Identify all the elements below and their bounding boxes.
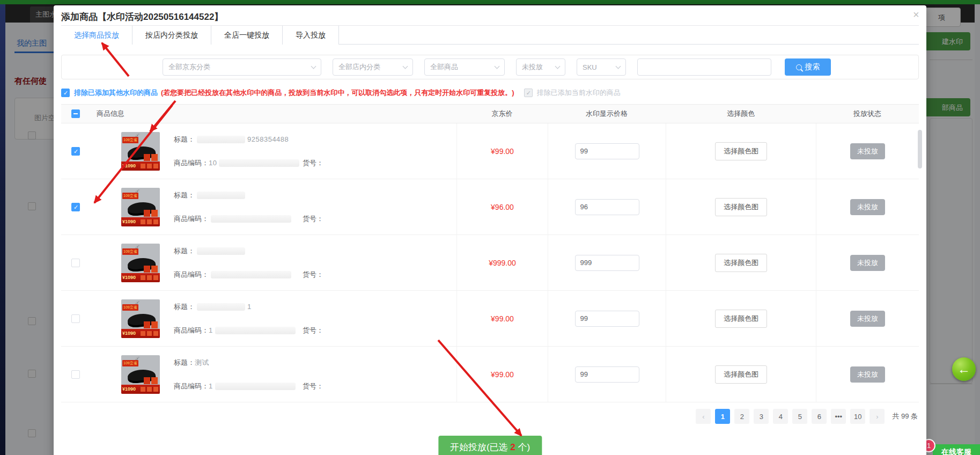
product-image: 𝒯 109立省 ¥1090 (121, 244, 160, 282)
table-scrollbar-thumb[interactable] (918, 130, 922, 168)
jd-price: ¥99.00 (491, 370, 514, 379)
tab-0[interactable]: 选择商品投放 (61, 26, 132, 45)
price-tag (151, 377, 158, 384)
watermark-price-input[interactable] (575, 311, 639, 327)
table-row: 𝒯 109立省 ¥1090 标题： 商品编码： (61, 179, 919, 235)
redacted-code (211, 271, 291, 278)
modal-close-icon[interactable]: × (913, 9, 919, 21)
keyword-input[interactable] (637, 58, 771, 76)
search-icon (796, 64, 802, 70)
pager-prev[interactable]: ‹ (696, 409, 711, 424)
exclude-current-label: 排除已添加当前水印的商品 (537, 88, 621, 98)
redacted-title (197, 247, 245, 255)
price-tag (151, 321, 158, 328)
banner-chips (141, 275, 159, 280)
pager-page-4[interactable]: 4 (773, 409, 788, 424)
choose-color-button[interactable]: 选择颜色图 (715, 310, 767, 328)
tab-2[interactable]: 全店一键投放 (211, 26, 283, 45)
code-label: 商品编码： (174, 214, 209, 224)
pager-page-3[interactable]: 3 (754, 409, 769, 424)
search-button[interactable]: 搜索 (785, 58, 831, 76)
table-scrollbar[interactable] (918, 124, 922, 403)
jd-price: ¥999.00 (489, 259, 516, 267)
sku-select[interactable]: SKU (577, 58, 626, 76)
redacted-code (211, 215, 291, 223)
price-tag (151, 266, 158, 273)
product-scope-select[interactable]: 全部商品 (424, 58, 505, 76)
submit-label-suffix: 个) (515, 442, 530, 452)
price-tag (144, 321, 150, 328)
product-text: 标题： 商品编码： 货号： (174, 190, 456, 224)
watermark-price-input[interactable] (575, 199, 639, 215)
back-arrow-fab[interactable]: ← (952, 357, 976, 381)
artno-label: 货号： (303, 158, 323, 168)
promo-banner: ¥1090 (121, 162, 160, 171)
redacted-title (197, 303, 245, 311)
product-info-cell: 𝒯 109立省 ¥1090 标题： 测试 商品编码： (90, 347, 456, 402)
row-checkbox[interactable] (71, 370, 80, 379)
launch-status-badge: 未投放 (850, 366, 885, 383)
choose-color-button[interactable]: 选择颜色图 (715, 198, 767, 216)
column-header: 京东价 (456, 109, 548, 119)
pager-page-6[interactable]: 6 (812, 409, 827, 424)
chevron-down-icon (616, 63, 621, 69)
watermark-price-input[interactable] (575, 143, 639, 159)
chevron-down-icon (403, 63, 408, 69)
start-launch-button[interactable]: 开始投放(已选 2 个) (438, 436, 542, 455)
submit-label-prefix: 开始投放(已选 (450, 442, 510, 452)
jd-category-select[interactable]: 全部京东分类 (163, 58, 321, 76)
title-label: 标题： (174, 135, 195, 144)
exclude-other-checkbox[interactable] (61, 89, 70, 97)
sku-value: SKU (583, 63, 597, 71)
product-info-cell: 𝒯 109立省 ¥1090 标题： 商品编码： (90, 235, 456, 290)
pager-next[interactable]: › (870, 409, 885, 424)
promo-ribbon: 109立省 (122, 193, 138, 199)
pager-page-5[interactable]: 5 (792, 409, 807, 424)
promo-ribbon: 109立省 (122, 304, 138, 311)
column-header: 水印显示价格 (548, 109, 666, 119)
exclude-current-checkbox[interactable] (524, 89, 533, 97)
product-image: 𝒯 109立省 ¥1090 (121, 132, 160, 171)
product-info-cell: 𝒯 109立省 ¥1090 标题： 商品编码： (90, 179, 456, 234)
row-checkbox[interactable] (71, 314, 80, 323)
code-label: 商品编码： (174, 270, 209, 280)
shop-category-select[interactable]: 全部店内分类 (333, 58, 413, 76)
product-text: 标题： 商品编码： 货号： (174, 246, 456, 280)
jd-price: ¥99.00 (491, 147, 514, 156)
tab-1[interactable]: 按店内分类投放 (132, 26, 211, 45)
pager-page-2[interactable]: 2 (734, 409, 749, 424)
exclude-other-label: 排除已添加其他水印的商品 (74, 88, 158, 98)
pager-page-•••[interactable]: ••• (831, 409, 846, 424)
chevron-down-icon (555, 63, 561, 69)
table-row: 𝒯 109立省 ¥1090 标题： 1 商品编码： (61, 291, 919, 347)
choose-color-button[interactable]: 选择颜色图 (715, 142, 767, 160)
launch-status-badge: 未投放 (850, 311, 885, 327)
pager-page-10[interactable]: 10 (850, 409, 865, 424)
banner-price: ¥1090 (122, 219, 136, 224)
product-text: 标题： 1 商品编码： 1 货号： (174, 302, 456, 335)
watermark-price-input[interactable] (575, 366, 639, 383)
product-text: 标题： 9258354488 商品编码： 10 货号： (174, 135, 456, 168)
product-info-cell: 𝒯 109立省 ¥1090 标题： 1 商品编码： (90, 291, 456, 346)
status-select[interactable]: 未投放 (516, 58, 565, 76)
modal-title: 添加商品【水印活动20250516144522】 (61, 11, 223, 23)
title-value: 9258354488 (247, 135, 289, 143)
code-value: 1 (209, 326, 213, 334)
promo-banner: ¥1090 (121, 217, 160, 226)
table-row: 𝒯 109立省 ¥1090 标题： 9258354488 商 (61, 123, 919, 179)
row-checkbox[interactable] (71, 203, 80, 211)
banner-price: ¥1090 (122, 163, 136, 168)
customer-service-button[interactable]: 在线客服 (933, 444, 980, 455)
pager-page-1[interactable]: 1 (715, 409, 730, 424)
watermark-price-input[interactable] (575, 255, 639, 271)
select-all-checkbox[interactable] (71, 109, 80, 118)
row-checkbox[interactable] (71, 147, 80, 156)
table-row: 𝒯 109立省 ¥1090 标题： 测试 商品编码： (61, 347, 919, 402)
tab-3[interactable]: 导入投放 (283, 26, 339, 45)
price-tag (144, 266, 150, 273)
choose-color-button[interactable]: 选择颜色图 (715, 365, 767, 384)
price-tag (144, 154, 150, 161)
choose-color-button[interactable]: 选择颜色图 (715, 254, 767, 272)
modal-tabs: 选择商品投放按店内分类投放全店一键投放导入投放 (61, 25, 919, 45)
row-checkbox[interactable] (71, 259, 80, 267)
